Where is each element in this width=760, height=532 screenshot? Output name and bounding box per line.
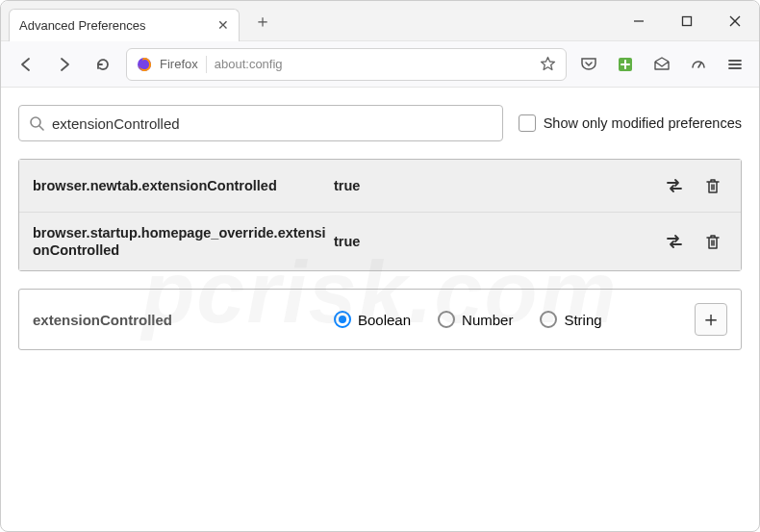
type-radio-group: Boolean Number String — [334, 311, 687, 328]
dashboard-icon[interactable] — [684, 50, 713, 79]
url-text: about:config — [215, 57, 532, 71]
back-button[interactable] — [11, 49, 41, 80]
show-modified-checkbox[interactable]: Show only modified preferences — [519, 114, 742, 132]
radio-icon — [438, 311, 455, 328]
firefox-logo-icon — [137, 57, 152, 72]
inbox-icon[interactable] — [647, 50, 676, 79]
minimize-button[interactable] — [615, 1, 663, 41]
new-pref-row: extensionControlled Boolean Number Strin… — [19, 290, 741, 349]
new-tab-button[interactable]: ＋ — [249, 8, 276, 35]
nav-toolbar: Firefox about:config — [1, 41, 759, 88]
browser-tab[interactable]: Advanced Preferences ✕ — [9, 9, 240, 41]
hamburger-menu-button[interactable] — [721, 50, 749, 79]
bookmark-star-icon[interactable] — [540, 56, 556, 72]
pref-row[interactable]: browser.newtab.extensionControlled true — [19, 160, 741, 212]
tab-title: Advanced Preferences — [19, 18, 146, 33]
radio-string[interactable]: String — [540, 311, 601, 328]
titlebar: Advanced Preferences ✕ ＋ — [1, 1, 759, 41]
svg-line-6 — [698, 63, 701, 67]
maximize-button[interactable] — [663, 1, 711, 41]
svg-rect-1 — [683, 16, 692, 25]
window-controls — [615, 1, 759, 41]
new-pref-name: extensionControlled — [33, 312, 326, 328]
url-bar[interactable]: Firefox about:config — [126, 48, 567, 81]
show-modified-label: Show only modified preferences — [544, 115, 742, 131]
add-pref-button[interactable]: ＋ — [695, 303, 727, 336]
browser-window: Advanced Preferences ✕ ＋ — [0, 0, 760, 532]
about-config-content: Show only modified preferences browser.n… — [1, 88, 759, 531]
pref-row[interactable]: browser.startup.homepage_override.extens… — [19, 212, 741, 270]
new-pref-table: extensionControlled Boolean Number Strin… — [18, 289, 742, 350]
delete-button[interactable] — [698, 227, 727, 256]
radio-number-label: Number — [462, 312, 513, 328]
toggle-button[interactable] — [660, 227, 689, 256]
pref-value: true — [334, 178, 652, 193]
radio-boolean[interactable]: Boolean — [334, 311, 411, 328]
search-box[interactable] — [18, 105, 503, 141]
close-window-button[interactable] — [711, 1, 759, 41]
radio-boolean-label: Boolean — [358, 312, 411, 328]
radio-icon — [540, 311, 557, 328]
identity-label: Firefox — [160, 57, 198, 71]
close-tab-icon[interactable]: ✕ — [217, 17, 229, 33]
search-icon — [29, 115, 44, 131]
svg-line-11 — [39, 126, 43, 130]
pref-value: true — [334, 234, 652, 249]
pref-name: browser.newtab.extensionControlled — [33, 177, 326, 194]
toggle-button[interactable] — [660, 171, 689, 200]
search-row: Show only modified preferences — [18, 105, 742, 141]
prefs-table: browser.newtab.extensionControlled true … — [18, 159, 742, 271]
radio-string-label: String — [564, 312, 601, 328]
forward-button[interactable] — [49, 49, 80, 80]
checkbox-icon — [519, 114, 536, 132]
urlbar-divider — [206, 56, 207, 73]
radio-number[interactable]: Number — [438, 311, 513, 328]
pref-name: browser.startup.homepage_override.extens… — [33, 224, 326, 259]
extension-icon[interactable] — [611, 50, 640, 79]
radio-selected-icon — [334, 311, 351, 328]
delete-button[interactable] — [698, 171, 727, 200]
search-input[interactable] — [52, 115, 493, 132]
pocket-icon[interactable] — [574, 50, 603, 79]
reload-button[interactable] — [88, 49, 118, 80]
